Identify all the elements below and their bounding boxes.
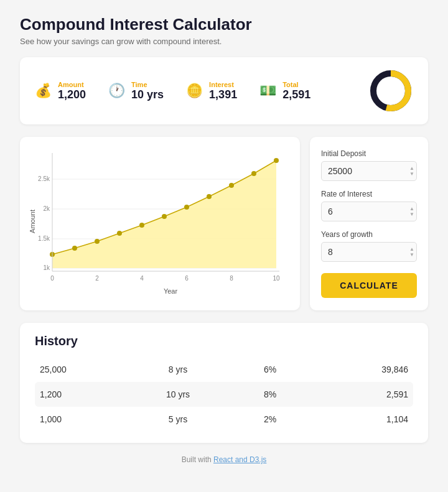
svg-text:2: 2 [95, 275, 99, 282]
deposit-spinner[interactable]: ▲ ▼ [409, 166, 414, 177]
chart-dot [162, 214, 167, 219]
page-subtitle: See how your savings can grow with compo… [20, 37, 428, 46]
history-years: 8 yrs [132, 364, 224, 374]
time-label: Time [131, 81, 164, 88]
chart-dot [72, 246, 77, 251]
interest-input-wrapper[interactable]: ▲ ▼ [321, 202, 417, 221]
footer-link[interactable]: React and D3.js [213, 455, 266, 464]
interest-value: 1,391 [209, 88, 237, 101]
history-total: 2,591 [316, 389, 408, 399]
history-rate: 8% [224, 389, 316, 399]
years-input-wrapper[interactable]: ▲ ▼ [321, 242, 417, 262]
total-label: Total [282, 81, 310, 88]
footer-text: Built with [182, 455, 213, 464]
time-value: 10 yrs [131, 88, 164, 101]
calculator-panel: Initial Deposit ▲ ▼ Rate of Interest ▲ ▼… [310, 137, 428, 310]
years-input[interactable] [321, 242, 417, 262]
x-axis-label: Year [164, 287, 178, 295]
interest-icon: 🪙 [186, 83, 203, 99]
deposit-input[interactable] [321, 161, 417, 181]
svg-text:1k: 1k [43, 264, 50, 271]
history-title: History [35, 334, 413, 348]
chart-wrap: Amount Year 1k 1.5k 2k 2.5k 0 2 4 6 [26, 147, 290, 296]
svg-text:8: 8 [230, 275, 233, 282]
summary-amount: 💰 Amount 1,200 [35, 81, 86, 101]
deposit-input-wrapper[interactable]: ▲ ▼ [321, 161, 417, 181]
history-years: 10 yrs [132, 389, 224, 399]
years-field-group: Years of growth ▲ ▼ [321, 230, 417, 262]
chart-svg: Amount Year 1k 1.5k 2k 2.5k 0 2 4 6 [26, 147, 290, 296]
amount-icon: 💰 [35, 83, 52, 99]
summary-total: 💵 Total 2,591 [259, 81, 310, 101]
chart-dot [117, 231, 122, 236]
deposit-down-icon[interactable]: ▼ [409, 172, 414, 177]
summary-items: 💰 Amount 1,200 🕐 Time 10 yrs 🪙 Interest … [35, 81, 310, 101]
deposit-up-icon[interactable]: ▲ [409, 166, 414, 171]
history-rate: 2% [224, 414, 316, 424]
history-deposit: 25,000 [40, 364, 132, 374]
summary-card: 💰 Amount 1,200 🕐 Time 10 yrs 🪙 Interest … [20, 57, 428, 124]
donut-svg [368, 68, 413, 113]
donut-chart [368, 68, 413, 113]
amount-label: Amount [58, 81, 86, 88]
chart-dot [95, 239, 100, 244]
interest-down-icon[interactable]: ▼ [409, 212, 414, 217]
history-table: 25,000 8 yrs 6% 39,846 1,200 10 yrs 8% 2… [35, 357, 413, 432]
history-row: 1,000 5 yrs 2% 1,104 [35, 407, 413, 432]
summary-time: 🕐 Time 10 yrs [108, 81, 164, 101]
history-total: 1,104 [316, 414, 408, 424]
time-icon: 🕐 [108, 83, 125, 99]
total-value: 2,591 [282, 88, 310, 101]
history-card: History 25,000 8 yrs 6% 39,846 1,200 10 … [20, 323, 428, 443]
amount-value: 1,200 [58, 88, 86, 101]
years-up-icon[interactable]: ▲ [409, 247, 414, 252]
footer: Built with React and D3.js [20, 455, 428, 464]
history-deposit: 1,200 [40, 389, 132, 399]
svg-text:10: 10 [273, 275, 280, 282]
page-title: Compound Interest Calculator [20, 15, 428, 34]
svg-text:4: 4 [140, 275, 144, 282]
y-axis-label: Amount [29, 210, 36, 233]
years-label: Years of growth [321, 230, 417, 239]
svg-text:6: 6 [185, 275, 189, 282]
chart-card: Amount Year 1k 1.5k 2k 2.5k 0 2 4 6 [20, 137, 300, 310]
years-spinner[interactable]: ▲ ▼ [409, 247, 414, 258]
calculate-button[interactable]: CALCULATE [321, 273, 417, 298]
chart-dot [229, 183, 234, 188]
chart-dot [139, 223, 144, 228]
interest-field-group: Rate of Interest ▲ ▼ [321, 190, 417, 221]
years-down-icon[interactable]: ▼ [409, 253, 414, 258]
history-rate: 6% [224, 364, 316, 374]
summary-interest: 🪙 Interest 1,391 [186, 81, 237, 101]
interest-spinner[interactable]: ▲ ▼ [409, 207, 414, 217]
interest-label: Interest [209, 81, 237, 88]
interest-up-icon[interactable]: ▲ [409, 207, 414, 211]
interest-rate-label: Rate of Interest [321, 190, 417, 198]
chart-dot [251, 171, 256, 176]
svg-text:0: 0 [50, 275, 54, 282]
chart-dot [184, 205, 189, 210]
main-area: Amount Year 1k 1.5k 2k 2.5k 0 2 4 6 [20, 137, 428, 310]
deposit-label: Initial Deposit [321, 149, 417, 158]
history-row: 25,000 8 yrs 6% 39,846 [35, 357, 413, 382]
svg-text:2.5k: 2.5k [38, 175, 50, 182]
svg-text:1.5k: 1.5k [38, 235, 50, 242]
history-row: 1,200 10 yrs 8% 2,591 [35, 382, 413, 407]
svg-text:2k: 2k [43, 205, 50, 212]
chart-dot [207, 194, 212, 199]
chart-dot [274, 158, 279, 163]
deposit-field-group: Initial Deposit ▲ ▼ [321, 149, 417, 181]
history-years: 5 yrs [132, 414, 224, 424]
history-total: 39,846 [316, 364, 408, 374]
interest-input[interactable] [321, 202, 417, 221]
history-deposit: 1,000 [40, 414, 132, 424]
total-icon: 💵 [259, 83, 276, 99]
